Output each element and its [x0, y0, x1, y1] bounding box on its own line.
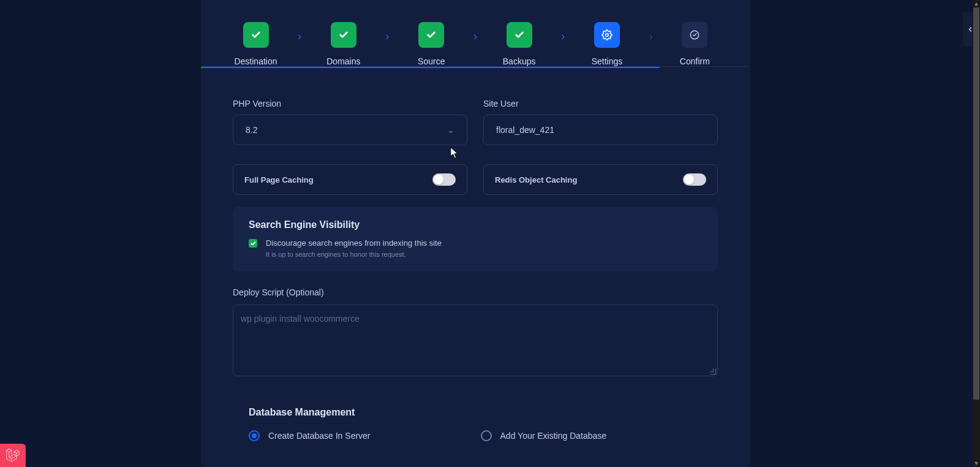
step-domains[interactable]: Domains — [314, 22, 372, 66]
radio-icon — [249, 430, 260, 441]
visibility-checkbox-label: Discourage search engines from indexing … — [266, 238, 442, 249]
check-icon — [243, 22, 269, 48]
php-version-label: PHP Version — [233, 99, 467, 108]
check-icon — [331, 22, 356, 48]
radio-icon — [481, 430, 492, 441]
site-user-label: Site User — [483, 99, 718, 108]
visibility-note: It is up to search engines to honor this… — [266, 251, 442, 258]
chevron-right-icon: › — [473, 23, 477, 49]
check-icon — [418, 22, 444, 48]
redis-caching-toggle[interactable] — [683, 173, 706, 186]
site-user-input-wrap[interactable] — [483, 115, 718, 145]
full-page-caching-toggle[interactable] — [432, 173, 456, 186]
site-user-input[interactable] — [496, 125, 705, 135]
step-label: Destination — [234, 56, 277, 66]
step-settings[interactable]: Settings — [578, 22, 636, 66]
confirm-icon — [682, 22, 707, 48]
chevron-down-icon: ⌄ — [447, 125, 454, 135]
full-page-caching-label: Full Page Caching — [244, 175, 314, 184]
step-destination[interactable]: Destination — [227, 22, 285, 66]
step-label: Source — [418, 56, 445, 66]
chevron-right-icon: › — [386, 23, 390, 49]
redis-caching-label: Redis Object Caching — [495, 175, 577, 184]
radio-label: Add Your Existing Database — [500, 431, 607, 441]
database-management-title: Database Management — [249, 407, 718, 418]
radio-existing-database[interactable]: Add Your Existing Database — [481, 430, 607, 441]
deploy-script-textarea[interactable] — [233, 305, 717, 376]
step-confirm[interactable]: Confirm — [666, 22, 724, 66]
gear-icon — [594, 22, 620, 48]
check-icon — [507, 22, 532, 48]
chevron-right-icon: › — [649, 23, 653, 49]
vertical-scrollbar[interactable]: ▲ ▼ — [973, 0, 980, 467]
step-label: Confirm — [680, 56, 710, 66]
search-engine-visibility-card: Search Engine Visibility Discourage sear… — [233, 207, 718, 271]
radio-create-database[interactable]: Create Database In Server — [249, 430, 371, 441]
visibility-title: Search Engine Visibility — [249, 219, 702, 230]
settings-panel: Destination › Domains › Source › Backups… — [201, 0, 750, 467]
stepper: Destination › Domains › Source › Backups… — [201, 0, 750, 67]
redis-caching-toggle-card: Redis Object Caching — [483, 164, 718, 195]
step-source[interactable]: Source — [402, 22, 461, 66]
step-label: Backups — [503, 56, 536, 66]
step-label: Domains — [326, 56, 360, 66]
deploy-script-wrap — [233, 305, 718, 376]
php-version-select[interactable]: 8.2 ⌄ — [233, 115, 467, 145]
step-label: Settings — [592, 56, 623, 66]
laravel-badge[interactable] — [0, 444, 26, 467]
php-version-value: 8.2 — [246, 125, 447, 135]
svg-point-0 — [606, 34, 609, 37]
deploy-script-label: Deploy Script (Optional) — [233, 287, 718, 297]
step-backups[interactable]: Backups — [490, 22, 548, 66]
stepper-progress — [201, 67, 750, 68]
scroll-up-arrow-icon[interactable]: ▲ — [973, 0, 980, 7]
chevron-right-icon: › — [298, 23, 301, 49]
full-page-caching-toggle-card: Full Page Caching — [233, 164, 467, 195]
chevron-right-icon: › — [561, 23, 565, 49]
radio-label: Create Database In Server — [268, 431, 371, 441]
scroll-thumb[interactable] — [973, 7, 979, 400]
scroll-down-arrow-icon[interactable]: ▼ — [973, 460, 980, 467]
visibility-checkbox[interactable] — [249, 239, 257, 248]
